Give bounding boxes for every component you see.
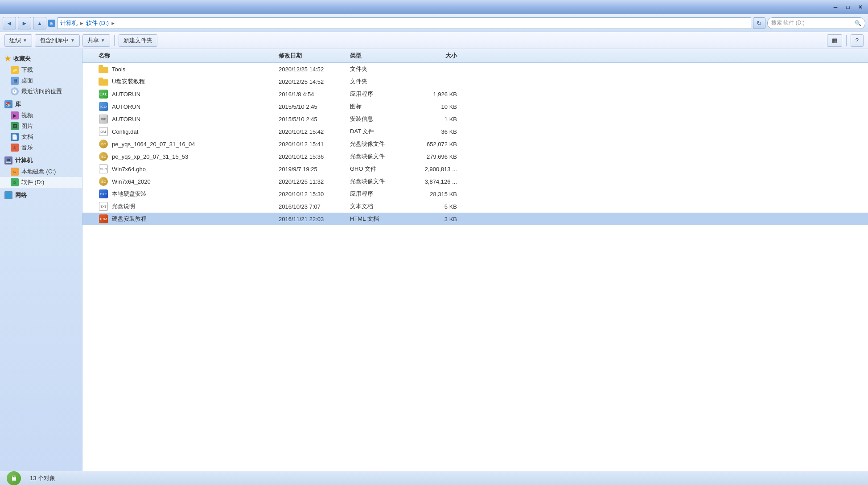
table-row[interactable]: Tools 2020/12/25 14:52 文件夹 [82,63,868,75]
file-date: 2015/5/10 2:45 [279,116,350,123]
toolbar-right: ▦ ? [827,34,864,47]
view-button[interactable]: ▦ [827,34,842,47]
table-row[interactable]: INF AUTORUN 2015/5/10 2:45 安装信息 1 KB [82,113,868,125]
file-date: 2020/10/12 15:41 [279,141,350,148]
file-icon-8: GHO [99,164,108,174]
file-size: 3,874,126 ... [412,178,466,185]
file-name: Win7x64_2020 [112,178,151,185]
file-name: AUTORUN [112,116,140,123]
breadcrumb-drive[interactable]: 软件 (D:) [86,19,109,27]
minimize-button[interactable]: ─ [830,2,841,12]
title-bar: ─ □ ✕ [0,0,868,14]
file-icon-5: DAT [99,127,108,136]
file-area: 名称 修改日期 类型 大小 Tools 2020/12/25 14:52 文件夹… [82,49,868,471]
file-size: 10 KB [412,103,466,110]
file-icon-0 [99,64,108,74]
sidebar-network-header[interactable]: 🌐 网络 [0,189,82,201]
file-size: 1 KB [412,116,466,123]
file-type: 应用程序 [350,190,412,198]
sidebar-item-document[interactable]: 📄 文档 [0,132,82,142]
organize-label: 组织 [9,37,21,45]
library-icon: 📚 [4,100,12,108]
help-button[interactable]: ? [851,34,864,47]
library-label: 库 [15,100,21,108]
table-row[interactable]: TXT 光盘说明 2016/10/23 7:07 文本文档 5 KB [82,200,868,213]
breadcrumb-sep-2: ► [111,21,115,26]
sidebar-item-recent[interactable]: 🕐 最近访问的位置 [0,86,82,97]
status-count: 13 个对象 [30,474,55,482]
table-row[interactable]: ISO pe_yqs_xp_20_07_31_15_53 2020/10/12 … [82,150,868,163]
recent-icon: 🕐 [11,87,19,95]
toolbar-separator-2 [846,35,847,46]
sidebar-library-header[interactable]: 📚 库 [0,99,82,110]
file-name: 光盘说明 [112,202,135,210]
organize-button[interactable]: 组织 ▼ [4,34,32,47]
network-label: 网络 [15,191,27,199]
share-button[interactable]: 共享 ▼ [82,34,110,47]
table-row[interactable]: GHO Win7x64.gho 2019/9/7 19:25 GHO 文件 2,… [82,163,868,175]
file-name: pe_yqs_1064_20_07_31_16_04 [112,141,195,148]
file-icon-9: ISO [99,177,108,186]
table-row[interactable]: ISO Win7x64_2020 2020/12/25 11:32 光盘映像文件… [82,175,868,188]
sidebar-item-drive-d[interactable]: D 软件 (D:) [0,177,82,188]
sidebar-item-download[interactable]: 📁 下载 [0,65,82,75]
file-type: 安装信息 [350,115,412,123]
column-size[interactable]: 大小 [412,52,466,60]
drive-c-icon: C [11,168,19,176]
sidebar-computer-header[interactable]: 💻 计算机 [0,155,82,166]
table-row[interactable]: ISO pe_yqs_1064_20_07_31_16_04 2020/10/1… [82,138,868,150]
file-date: 2020/12/25 14:52 [279,66,350,73]
drive-icon: ⊞ [48,20,55,27]
file-type: 光盘映像文件 [350,140,412,148]
search-box[interactable]: 搜索 软件 (D:) 🔍 [767,17,865,29]
table-row[interactable]: EXE 本地硬盘安装 2020/10/12 15:30 应用程序 28,315 … [82,188,868,200]
file-icon-12: HTM [99,214,108,224]
toolbar: 组织 ▼ 包含到库中 ▼ 共享 ▼ 新建文件夹 ▦ ? [0,32,868,49]
file-name: pe_yqs_xp_20_07_31_15_53 [112,153,188,160]
table-row[interactable]: DAT Config.dat 2020/10/12 15:42 DAT 文件 3… [82,125,868,138]
add-to-library-arrow: ▼ [70,38,75,43]
sidebar-item-desktop[interactable]: 🖥 桌面 [0,75,82,86]
maximize-button[interactable]: □ [842,2,854,12]
new-folder-button[interactable]: 新建文件夹 [119,34,157,47]
up-button[interactable]: ▲ [33,17,46,29]
image-label: 图片 [21,122,33,130]
file-date: 2020/10/12 15:42 [279,128,350,135]
table-row[interactable]: EXE AUTORUN 2016/1/8 4:54 应用程序 1,926 KB [82,88,868,100]
column-name[interactable]: 名称 [82,52,279,60]
share-label: 共享 [87,37,99,45]
breadcrumb[interactable]: 计算机 ► 软件 (D:) ► [57,17,751,29]
file-date: 2020/10/12 15:30 [279,191,350,197]
breadcrumb-computer[interactable]: 计算机 [60,19,78,27]
column-date[interactable]: 修改日期 [279,52,350,60]
sidebar: ★ 收藏夹 📁 下载 🖥 桌面 🕐 最近访问的位置 📚 库 [0,49,82,471]
sidebar-item-video[interactable]: ▶ 视频 [0,110,82,121]
back-button[interactable]: ◄ [3,17,16,29]
new-folder-label: 新建文件夹 [123,37,152,45]
refresh-button[interactable]: ↻ [753,17,765,29]
file-size: 3 KB [412,216,466,222]
table-row[interactable]: HTM 硬盘安装教程 2016/11/21 22:03 HTML 文档 3 KB [82,213,868,225]
favorites-star-icon: ★ [4,54,11,63]
sidebar-favorites-header[interactable]: ★ 收藏夹 [0,53,82,65]
music-icon: ♫ [11,144,19,152]
toolbar-separator [114,35,115,46]
file-type: HTML 文档 [350,215,412,223]
organize-arrow: ▼ [23,38,27,43]
file-date: 2016/11/21 22:03 [279,216,350,222]
file-name: AUTORUN [112,103,140,110]
table-row[interactable]: U盘安装教程 2020/12/25 14:52 文件夹 [82,75,868,88]
file-icon-1 [99,77,108,86]
sidebar-item-drive-c[interactable]: C 本地磁盘 (C:) [0,166,82,177]
column-type[interactable]: 类型 [350,52,412,60]
sidebar-computer-section: 💻 计算机 C 本地磁盘 (C:) D 软件 (D:) [0,155,82,188]
sidebar-item-image[interactable]: 🖼 图片 [0,121,82,132]
sidebar-item-music[interactable]: ♫ 音乐 [0,142,82,153]
table-row[interactable]: ICO AUTORUN 2015/5/10 2:45 图标 10 KB [82,100,868,113]
sidebar-favorites-section: ★ 收藏夹 📁 下载 🖥 桌面 🕐 最近访问的位置 [0,53,82,97]
file-name: AUTORUN [112,91,140,98]
add-to-library-button[interactable]: 包含到库中 ▼ [35,34,80,47]
search-icon[interactable]: 🔍 [855,20,861,26]
close-button[interactable]: ✕ [855,2,866,12]
forward-button[interactable]: ► [18,17,31,29]
